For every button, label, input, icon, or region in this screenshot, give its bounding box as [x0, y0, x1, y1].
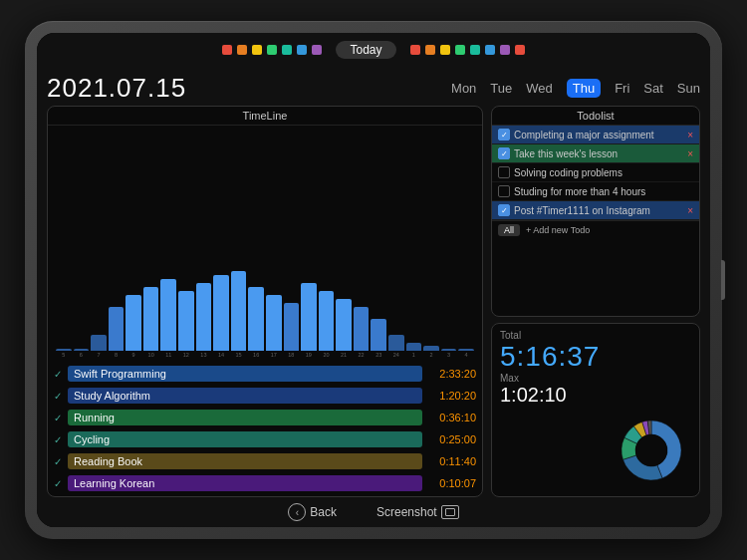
timeline-title: TimeLine — [48, 107, 482, 126]
back-button[interactable]: ‹ Back — [288, 503, 337, 521]
day-label[interactable]: Sun — [677, 81, 700, 96]
todo-footer: All + Add new Todo — [492, 220, 699, 239]
day-label[interactable]: Mon — [451, 81, 476, 96]
timeline-bar — [354, 307, 370, 351]
top-dot[interactable] — [237, 45, 247, 55]
top-dot[interactable] — [282, 45, 292, 55]
timeline-bar — [160, 279, 176, 351]
day-label[interactable]: Sat — [643, 81, 663, 96]
time-label: 13 — [196, 352, 212, 358]
activity-time: 2:33:20 — [426, 368, 476, 380]
todo-add-button[interactable]: + Add new Todo — [526, 225, 590, 235]
day-label[interactable]: Tue — [490, 81, 512, 96]
time-label: 11 — [160, 352, 176, 358]
timeline-bar — [178, 291, 194, 351]
activity-item[interactable]: ✓Running0:36:10 — [48, 407, 482, 428]
todo-remove-icon[interactable]: × — [687, 148, 693, 159]
top-dot[interactable] — [222, 45, 232, 55]
activity-check-icon: ✓ — [54, 369, 64, 380]
time-label: 12 — [178, 352, 194, 358]
todo-text: Studing for more than 4 hours — [514, 186, 693, 197]
activity-time: 1:20:20 — [426, 390, 476, 402]
screenshot-button[interactable]: Screenshot — [376, 505, 459, 519]
timeline-bar — [388, 335, 404, 351]
activity-check-icon: ✓ — [54, 434, 64, 445]
timeline-bar — [231, 271, 247, 351]
time-label: 23 — [371, 352, 386, 358]
top-dot[interactable] — [515, 45, 525, 55]
todo-item[interactable]: ✓Completing a major assignment× — [492, 126, 699, 144]
top-dot[interactable] — [440, 45, 450, 55]
timeline-bar — [125, 295, 141, 351]
timeline-bar — [284, 303, 300, 351]
camera-icon — [445, 508, 455, 516]
todolist-title: Todolist — [492, 107, 699, 126]
day-label[interactable]: Fri — [615, 81, 629, 96]
top-dot[interactable] — [470, 45, 480, 55]
timeline-bar — [248, 287, 264, 351]
top-dot[interactable] — [455, 45, 465, 55]
date-row: 2021.07.15 MonTueWedThuFriSatSun — [47, 67, 700, 106]
activity-item[interactable]: ✓Learning Korean0:10:07 — [48, 472, 482, 494]
activity-item[interactable]: ✓Cycling0:25:00 — [48, 428, 482, 450]
todo-text: Solving coding problems — [514, 167, 693, 178]
day-label[interactable]: Wed — [526, 81, 553, 96]
timer-max-label: Max — [500, 373, 691, 384]
time-label: 5 — [56, 352, 72, 358]
todolist-panel: Todolist ✓Completing a major assignment×… — [491, 106, 700, 317]
timeline-bar — [301, 283, 317, 351]
todo-text: Post #Timer1111 on Instagram — [514, 205, 683, 216]
tablet-screen: Today 2021.07.15 MonTueWedThuFriSatSun T… — [37, 33, 710, 527]
timeline-bar — [196, 283, 212, 351]
todo-item[interactable]: ✓Post #Timer1111 on Instagram× — [492, 201, 699, 220]
todo-item[interactable]: Solving coding problems — [492, 163, 699, 182]
time-label: 14 — [213, 352, 229, 358]
bars-area — [54, 130, 476, 351]
todo-checkbox[interactable]: ✓ — [498, 204, 510, 216]
timer-panel: Total 5:16:37 Max 1:02:10 — [491, 323, 700, 497]
top-dot[interactable] — [500, 45, 510, 55]
todo-item[interactable]: ✓Take this week's lesson× — [492, 144, 699, 163]
time-label: 6 — [74, 352, 90, 358]
timeline-bar — [371, 319, 386, 351]
timeline-bar — [109, 307, 124, 351]
todo-text: Take this week's lesson — [514, 148, 683, 159]
time-label: 4 — [458, 352, 474, 358]
day-label[interactable]: Thu — [567, 79, 601, 98]
left-dot-row — [222, 45, 322, 55]
activity-check-icon: ✓ — [54, 391, 64, 402]
todo-checkbox[interactable] — [498, 185, 510, 197]
main-screen: 2021.07.15 MonTueWedThuFriSatSun TimeLin… — [37, 67, 710, 527]
timeline-bar — [319, 291, 335, 351]
top-dot[interactable] — [312, 45, 322, 55]
top-dot[interactable] — [297, 45, 307, 55]
screenshot-icon — [441, 505, 459, 519]
today-button[interactable]: Today — [336, 41, 395, 59]
left-panel: TimeLine 5678910111213141516171819202122… — [47, 106, 483, 497]
top-dot[interactable] — [267, 45, 277, 55]
activity-name: Running — [68, 410, 422, 425]
top-dot[interactable] — [485, 45, 495, 55]
activity-name: Reading Book — [68, 453, 422, 469]
todo-checkbox[interactable]: ✓ — [498, 147, 510, 159]
activity-item[interactable]: ✓Study Algorithm1:20:20 — [48, 385, 482, 407]
activity-check-icon: ✓ — [54, 478, 64, 489]
todo-remove-icon[interactable]: × — [687, 130, 693, 140]
top-dot[interactable] — [425, 45, 435, 55]
side-button[interactable] — [721, 260, 725, 300]
activity-check-icon: ✓ — [54, 413, 64, 423]
todo-remove-icon[interactable]: × — [687, 205, 693, 216]
donut-inner — [635, 434, 667, 466]
todo-checkbox[interactable]: ✓ — [498, 129, 510, 140]
todo-checkbox[interactable] — [498, 166, 510, 178]
todo-item[interactable]: Studing for more than 4 hours — [492, 182, 699, 201]
activity-item[interactable]: ✓Reading Book0:11:40 — [48, 450, 482, 472]
todo-all-button[interactable]: All — [498, 224, 520, 236]
activity-item[interactable]: ✓Swift Programming2:33:20 — [48, 363, 482, 385]
top-dot[interactable] — [410, 45, 420, 55]
time-label: 9 — [125, 352, 141, 358]
right-dot-row — [410, 45, 525, 55]
activity-time: 0:25:00 — [426, 433, 476, 445]
time-label: 8 — [109, 352, 124, 358]
top-dot[interactable] — [252, 45, 262, 55]
